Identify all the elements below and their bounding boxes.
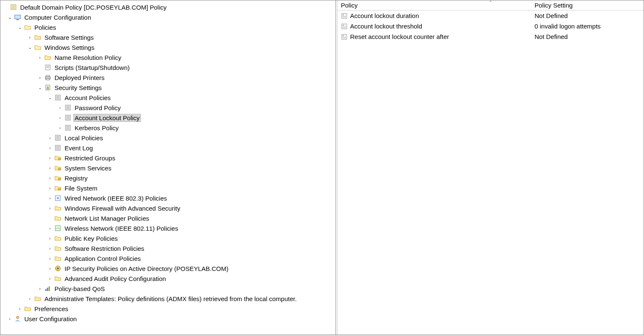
- tree-item-file-system[interactable]: › File System: [2, 183, 335, 193]
- column-setting[interactable]: Policy Setting: [531, 0, 644, 10]
- expander-expand-icon[interactable]: ›: [47, 246, 53, 251]
- tree-label: Registry: [63, 174, 89, 182]
- expander-expand-icon[interactable]: ›: [57, 125, 63, 130]
- expander-expand-icon[interactable]: ›: [57, 105, 63, 110]
- folder-icon: [54, 214, 62, 222]
- tree-item-computer-config[interactable]: ⌄ Computer Configuration: [2, 12, 335, 22]
- expander-collapse-icon[interactable]: ⌄: [26, 45, 33, 50]
- folder-icon: [54, 204, 62, 212]
- expander-expand-icon[interactable]: ›: [57, 115, 63, 120]
- policy-item-icon: [341, 13, 348, 19]
- expander-expand-icon[interactable]: ›: [16, 306, 23, 311]
- expander-expand-icon[interactable]: ›: [47, 145, 53, 150]
- tree-item-registry[interactable]: › Registry: [2, 173, 335, 183]
- tree-label: Application Control Policies: [63, 255, 142, 263]
- expander-collapse-icon[interactable]: ⌄: [36, 85, 43, 90]
- tree-item-root[interactable]: ▸ Default Domain Policy [DC.POSEYLAB.COM…: [2, 2, 335, 12]
- list-row[interactable]: Account lockout threshold 0 invalid logo…: [338, 21, 644, 31]
- tree-item-password-policy[interactable]: › Password Policy: [2, 103, 335, 113]
- folder-lock-icon: [54, 164, 62, 172]
- tree-label: Wireless Network (IEEE 802.11) Policies: [63, 224, 179, 232]
- expander-collapse-icon[interactable]: ⌄: [6, 15, 13, 20]
- policy-name: Reset account lockout counter after: [350, 33, 449, 40]
- expander-expand-icon[interactable]: ›: [47, 266, 53, 271]
- tree-pane[interactable]: ▸ Default Domain Policy [DC.POSEYLAB.COM…: [0, 0, 336, 335]
- tree-item-wired-network[interactable]: › Wired Network (IEEE 802.3) Policies: [2, 193, 335, 203]
- ipsec-icon: [54, 265, 62, 272]
- policy-setting: Not Defined: [535, 12, 568, 19]
- expander-expand-icon[interactable]: ›: [47, 226, 53, 231]
- policy-list-icon: [64, 114, 72, 121]
- policy-name: Account lockout duration: [350, 12, 419, 19]
- folder-icon: [54, 245, 62, 252]
- expander-expand-icon[interactable]: ›: [47, 236, 53, 241]
- tree-label: IP Security Policies on Active Directory…: [63, 265, 230, 273]
- tree-item-policy-qos[interactable]: › Policy-based QoS: [2, 283, 335, 294]
- expander-expand-icon[interactable]: ›: [47, 186, 53, 191]
- policy-setting: 0 invalid logon attempts: [535, 23, 601, 30]
- expander-expand-icon[interactable]: ›: [47, 165, 53, 170]
- tree-item-system-services[interactable]: › System Services: [2, 163, 335, 173]
- expander-expand-icon[interactable]: ›: [47, 276, 53, 281]
- tree-item-admin-templates[interactable]: › Administrative Templates: Policy defin…: [2, 294, 335, 304]
- tree-label: Name Resolution Policy: [53, 54, 122, 62]
- tree-item-software-restriction[interactable]: › Software Restriction Policies: [2, 243, 335, 253]
- svg-point-43: [57, 197, 59, 199]
- expander-expand-icon[interactable]: ›: [36, 75, 43, 80]
- expander-expand-icon[interactable]: ›: [47, 196, 53, 201]
- tree-item-security-settings[interactable]: ⌄ Security Settings: [2, 82, 335, 93]
- expander-expand-icon[interactable]: ›: [47, 155, 53, 160]
- tree-item-deployed-printers[interactable]: › Deployed Printers: [2, 72, 335, 82]
- tree-item-event-log[interactable]: › Event Log: [2, 143, 335, 153]
- tree-item-network-list-manager[interactable]: › Network List Manager Policies: [2, 213, 335, 223]
- tree-item-ip-security[interactable]: › IP Security Policies on Active Directo…: [2, 263, 335, 273]
- svg-rect-57: [342, 34, 347, 39]
- column-label: Policy: [341, 2, 358, 9]
- tree-item-wireless-network[interactable]: › Wireless Network (IEEE 802.11) Policie…: [2, 223, 335, 233]
- list-row[interactable]: Account lockout duration Not Defined: [338, 10, 644, 21]
- expander-expand-icon[interactable]: ›: [26, 35, 33, 40]
- tree-item-policies[interactable]: ⌄ Policies: [2, 22, 335, 32]
- tree-item-restricted-groups[interactable]: › Restricted Groups: [2, 153, 335, 163]
- svg-rect-48: [47, 288, 48, 291]
- expander-expand-icon[interactable]: ›: [47, 175, 53, 180]
- svg-rect-49: [49, 286, 50, 291]
- tree-item-windows-firewall[interactable]: › Windows Firewall with Advanced Securit…: [2, 203, 335, 213]
- expander-expand-icon[interactable]: ›: [36, 286, 43, 291]
- tree-item-kerberos-policy[interactable]: › Kerberos Policy: [2, 123, 335, 133]
- list-row[interactable]: Reset account lockout counter after Not …: [338, 31, 644, 42]
- tree-label: Network List Manager Policies: [63, 214, 151, 222]
- column-policy[interactable]: Policy: [338, 0, 531, 10]
- expander-expand-icon[interactable]: ›: [47, 256, 53, 261]
- tree-item-account-lockout-policy[interactable]: › Account Lockout Policy: [2, 113, 335, 123]
- tree-item-name-resolution[interactable]: › Name Resolution Policy: [2, 52, 335, 62]
- tree-item-advanced-audit[interactable]: › Advanced Audit Policy Configuration: [2, 273, 335, 283]
- tree-item-public-key[interactable]: › Public Key Policies: [2, 233, 335, 243]
- tree-label: Scripts (Startup/Shutdown): [53, 64, 131, 72]
- tree-item-application-control[interactable]: › Application Control Policies: [2, 253, 335, 263]
- script-icon: [44, 64, 52, 71]
- expander-collapse-icon[interactable]: ⌄: [47, 95, 53, 100]
- tree-item-account-policies[interactable]: ⌄ Account Policies: [2, 93, 335, 103]
- expander-expand-icon[interactable]: ›: [47, 135, 53, 140]
- tree-item-local-policies[interactable]: › Local Policies: [2, 133, 335, 143]
- tree-label: Account Policies: [63, 94, 112, 102]
- tree-item-user-config[interactable]: › User Configuration: [2, 314, 335, 324]
- expander-expand-icon[interactable]: ›: [47, 206, 53, 211]
- tree-item-windows-settings[interactable]: ⌄ Windows Settings: [2, 42, 335, 52]
- tree-item-software-settings[interactable]: › Software Settings: [2, 32, 335, 42]
- expander-collapse-icon[interactable]: ⌄: [16, 25, 23, 30]
- tree-label: Security Settings: [53, 84, 103, 92]
- tree-item-scripts[interactable]: › Scripts (Startup/Shutdown): [2, 62, 335, 72]
- tree-label: Windows Settings: [43, 44, 96, 52]
- expander-expand-icon[interactable]: ›: [36, 55, 43, 60]
- list-header[interactable]: ⌃ Policy Policy Setting: [338, 0, 644, 10]
- svg-rect-52: [343, 14, 344, 15]
- tree-label: Deployed Printers: [53, 74, 106, 82]
- folder-lock-icon: [54, 184, 62, 192]
- expander-expand-icon[interactable]: ›: [6, 316, 13, 321]
- tree-item-preferences[interactable]: › Preferences: [2, 304, 335, 314]
- tree-label: Computer Configuration: [23, 13, 92, 21]
- tree-label: Software Restriction Policies: [63, 245, 145, 253]
- expander-expand-icon[interactable]: ›: [26, 296, 33, 301]
